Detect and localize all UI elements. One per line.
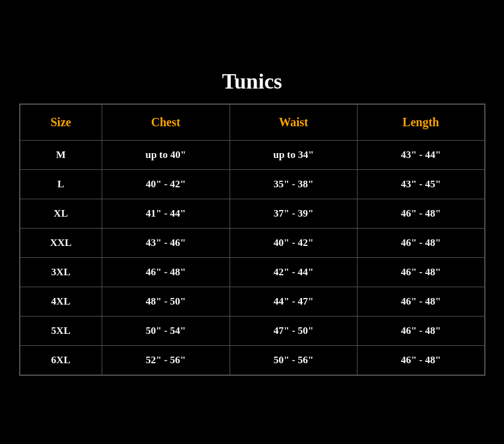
- cell-length: 46" - 48": [358, 345, 485, 375]
- cell-size: XL: [20, 199, 102, 228]
- cell-size: M: [20, 140, 102, 169]
- cell-size: 3XL: [20, 257, 102, 287]
- table-row: L40" - 42"35" - 38"43" - 45": [20, 169, 485, 199]
- cell-size: 5XL: [20, 316, 102, 345]
- cell-waist: 42" - 44": [230, 257, 358, 287]
- cell-size: 6XL: [20, 345, 102, 375]
- cell-length: 43" - 44": [358, 140, 485, 169]
- table-row: XL41" - 44"37" - 39"46" - 48": [20, 199, 485, 228]
- table-header: Size Chest Waist Length: [20, 104, 485, 141]
- table-row: Mup to 40"up to 34"43" - 44": [20, 140, 485, 169]
- cell-length: 46" - 48": [358, 316, 485, 345]
- header-length: Length: [358, 104, 485, 141]
- cell-length: 46" - 48": [358, 228, 485, 257]
- cell-size: 4XL: [20, 287, 102, 316]
- cell-waist: 40" - 42": [230, 228, 358, 257]
- main-container: Tunics Size Chest Waist Length Mup to 40…: [7, 57, 497, 388]
- cell-chest: 50" - 54": [102, 316, 230, 345]
- cell-chest: 40" - 42": [102, 169, 230, 199]
- header-size: Size: [20, 104, 102, 141]
- table-row: 6XL52" - 56"50" - 56"46" - 48": [20, 345, 485, 375]
- cell-chest: up to 40": [102, 140, 230, 169]
- cell-size: XXL: [20, 228, 102, 257]
- cell-chest: 46" - 48": [102, 257, 230, 287]
- page-title: Tunics: [19, 69, 485, 94]
- table-body: Mup to 40"up to 34"43" - 44"L40" - 42"35…: [20, 140, 485, 375]
- size-chart-table: Size Chest Waist Length Mup to 40"up to …: [19, 104, 485, 376]
- cell-length: 46" - 48": [358, 287, 485, 316]
- cell-waist: 47" - 50": [230, 316, 358, 345]
- cell-waist: up to 34": [230, 140, 358, 169]
- cell-waist: 50" - 56": [230, 345, 358, 375]
- table-row: XXL43" - 46"40" - 42"46" - 48": [20, 228, 485, 257]
- header-row: Size Chest Waist Length: [20, 104, 485, 141]
- cell-waist: 44" - 47": [230, 287, 358, 316]
- table-row: 5XL50" - 54"47" - 50"46" - 48": [20, 316, 485, 345]
- cell-chest: 48" - 50": [102, 287, 230, 316]
- cell-chest: 41" - 44": [102, 199, 230, 228]
- header-chest: Chest: [102, 104, 230, 141]
- cell-chest: 43" - 46": [102, 228, 230, 257]
- cell-size: L: [20, 169, 102, 199]
- cell-length: 43" - 45": [358, 169, 485, 199]
- cell-length: 46" - 48": [358, 199, 485, 228]
- cell-chest: 52" - 56": [102, 345, 230, 375]
- cell-length: 46" - 48": [358, 257, 485, 287]
- cell-waist: 37" - 39": [230, 199, 358, 228]
- header-waist: Waist: [230, 104, 358, 141]
- cell-waist: 35" - 38": [230, 169, 358, 199]
- table-row: 3XL46" - 48"42" - 44"46" - 48": [20, 257, 485, 287]
- table-row: 4XL48" - 50"44" - 47"46" - 48": [20, 287, 485, 316]
